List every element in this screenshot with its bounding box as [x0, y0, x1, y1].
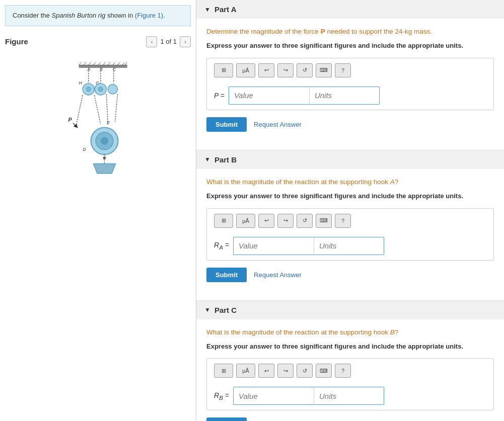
part-b-title: Part B [214, 155, 237, 164]
part-b-input-row: RA = [214, 237, 486, 255]
figure-title: Figure [5, 37, 28, 46]
part-a-input-row: P = [214, 87, 486, 105]
svg-line-8 [108, 62, 110, 65]
part-c-submit-btn[interactable]: Submit [206, 417, 247, 421]
undo-btn-c[interactable]: ↩ [258, 364, 274, 378]
svg-text:B: B [99, 66, 102, 71]
part-c-question: What is the magnitude of the reaction at… [206, 327, 494, 338]
context-box: Consider the Spanish Burton rig shown in… [5, 5, 191, 26]
svg-rect-0 [79, 65, 127, 68]
svg-text:H: H [79, 80, 82, 85]
part-b-units-input[interactable] [314, 237, 384, 255]
svg-line-10 [117, 62, 120, 65]
left-panel: Consider the Spanish Burton rig shown in… [0, 0, 196, 421]
svg-point-22 [86, 87, 91, 92]
svg-text:E: E [107, 120, 110, 125]
mu-btn-b[interactable]: μÅ [236, 214, 255, 228]
keyboard-btn-c[interactable]: ⌨ [316, 364, 332, 378]
undo-btn-a[interactable]: ↩ [258, 63, 274, 77]
part-b-submit-btn[interactable]: Submit [206, 268, 247, 282]
part-c-collapse-icon: ▼ [204, 306, 210, 313]
figure-header: Figure ‹ 1 of 1 › [5, 36, 191, 47]
part-b-toolbar: ⊞ μÅ ↩ ↪ ↺ ⌨ ? [214, 214, 486, 232]
mu-btn-c[interactable]: μÅ [236, 364, 255, 378]
figure-svg: A B C H G [38, 56, 159, 182]
part-a-collapse-icon: ▼ [204, 6, 210, 13]
matrix-btn-b[interactable]: ⊞ [214, 214, 233, 228]
mu-btn-a[interactable]: μÅ [236, 63, 255, 77]
redo-btn-b[interactable]: ↪ [277, 214, 294, 228]
next-figure-btn[interactable]: › [180, 36, 191, 47]
right-panel: ▼ Part A Determine the magnitude of the … [196, 0, 504, 421]
svg-line-6 [98, 62, 101, 65]
svg-line-5 [93, 62, 96, 65]
page-indicator: 1 of 1 [160, 38, 177, 45]
svg-line-9 [112, 62, 115, 65]
svg-line-3 [84, 62, 86, 65]
part-a-answer-box: ⊞ μÅ ↩ ↪ ↺ ⌨ ? P = [206, 58, 494, 110]
help-btn-b[interactable]: ? [335, 214, 351, 228]
part-a-question: Determine the magnitude of the force P n… [206, 27, 494, 37]
part-b-section: ▼ Part B What is the magnitude of the re… [196, 150, 504, 301]
figure-link[interactable]: (Figure 1) [135, 12, 163, 19]
svg-line-4 [88, 62, 91, 65]
svg-line-12 [124, 62, 127, 65]
part-a-eq-label: P = [214, 92, 225, 100]
part-b-value-input[interactable] [233, 237, 314, 255]
part-a-section: ▼ Part A Determine the magnitude of the … [196, 0, 504, 150]
keyboard-btn-b[interactable]: ⌨ [316, 214, 332, 228]
part-b-body: What is the magnitude of the reaction at… [196, 169, 504, 290]
part-a-request-link[interactable]: Request Answer [254, 121, 302, 128]
part-a-value-input[interactable] [229, 87, 309, 105]
context-middle: shown in [105, 12, 135, 19]
matrix-btn-a[interactable]: ⊞ [214, 63, 233, 77]
part-c-answer-box: ⊞ μÅ ↩ ↪ ↺ ⌨ ? RB = [206, 358, 494, 410]
part-c-input-row: RB = [214, 387, 486, 405]
context-prefix: Consider the [13, 12, 51, 19]
redo-btn-a[interactable]: ↪ [277, 63, 294, 77]
part-b-instruction: Express your answer to three significant… [206, 191, 494, 201]
part-a-units-input[interactable] [309, 87, 380, 105]
part-a-title: Part A [214, 5, 237, 14]
part-c-header[interactable]: ▼ Part C [196, 301, 504, 319]
part-c-action-row: Submit [206, 417, 494, 421]
part-c-instruction: Express your answer to three significant… [206, 342, 494, 352]
part-c-eq-label: RB = [214, 391, 229, 401]
keyboard-btn-a[interactable]: ⌨ [316, 63, 332, 77]
svg-text:C: C [112, 66, 116, 71]
refresh-btn-b[interactable]: ↺ [297, 214, 313, 228]
part-b-question: What is the magnitude of the reaction at… [206, 177, 494, 187]
refresh-btn-c[interactable]: ↺ [297, 364, 313, 378]
part-c-value-input[interactable] [233, 387, 314, 405]
help-btn-a[interactable]: ? [335, 63, 351, 77]
svg-point-35 [101, 137, 107, 144]
part-a-action-row: Submit Request Answer [206, 117, 494, 132]
part-a-body: Determine the magnitude of the force P n… [196, 19, 504, 140]
part-a-header[interactable]: ▼ Part A [196, 0, 504, 19]
part-a-instruction: Express your answer to three significant… [206, 41, 494, 51]
svg-text:P: P [68, 116, 72, 122]
figure-section: Figure ‹ 1 of 1 › [0, 31, 196, 192]
part-b-collapse-icon: ▼ [204, 156, 210, 163]
svg-line-7 [103, 62, 105, 65]
svg-line-29 [94, 95, 101, 124]
part-b-header[interactable]: ▼ Part B [196, 150, 504, 169]
refresh-btn-a[interactable]: ↺ [297, 63, 313, 77]
prev-figure-btn[interactable]: ‹ [146, 36, 157, 47]
context-period: . [163, 12, 165, 19]
redo-btn-c[interactable]: ↪ [277, 364, 294, 378]
part-c-toolbar: ⊞ μÅ ↩ ↪ ↺ ⌨ ? [214, 364, 486, 382]
svg-point-38 [103, 156, 106, 159]
part-c-section: ▼ Part C What is the magnitude of the re… [196, 301, 504, 422]
part-a-submit-btn[interactable]: Submit [206, 117, 247, 132]
help-btn-c[interactable]: ? [335, 364, 351, 378]
undo-btn-b[interactable]: ↩ [258, 214, 274, 228]
part-c-units-input[interactable] [314, 387, 384, 405]
context-italic: Spanish Burton rig [51, 12, 105, 19]
part-b-eq-label: RA = [214, 241, 229, 250]
part-b-request-link[interactable]: Request Answer [254, 271, 302, 279]
matrix-btn-c[interactable]: ⊞ [214, 364, 233, 378]
svg-line-26 [76, 95, 83, 124]
part-b-action-row: Submit Request Answer [206, 268, 494, 282]
svg-text:D: D [83, 146, 86, 151]
